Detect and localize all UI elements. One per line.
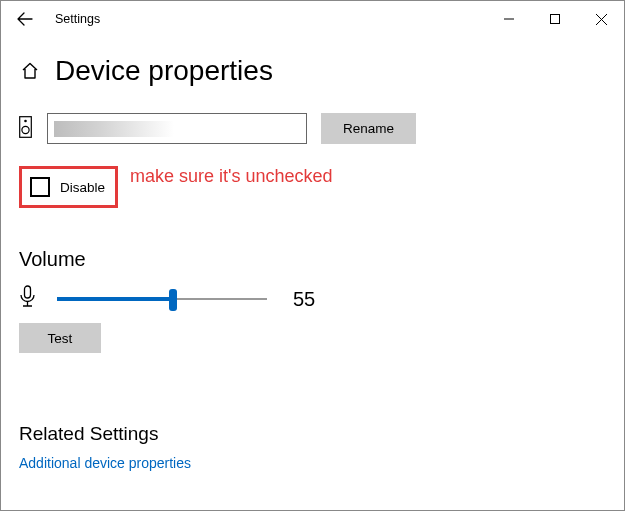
svg-point-3 [22,126,29,133]
slider-thumb[interactable] [169,289,177,311]
device-name-input[interactable] [47,113,307,144]
svg-rect-4 [25,286,31,298]
minimize-icon [504,14,514,24]
disable-checkbox-group: Disable [19,166,118,208]
additional-device-properties-link[interactable]: Additional device properties [19,455,191,471]
speaker-icon [19,116,33,142]
window-title: Settings [55,12,100,26]
slider-fill [57,297,173,301]
page-title: Device properties [55,55,273,87]
volume-slider[interactable] [57,287,267,311]
disable-checkbox[interactable] [30,177,50,197]
maximize-icon [550,14,560,24]
microphone-icon [19,285,37,313]
close-button[interactable] [578,3,624,35]
device-name-text-redacted [54,121,174,137]
device-name-row: Rename [19,113,606,144]
volume-value: 55 [293,288,315,311]
svg-point-2 [24,119,27,122]
close-icon [596,14,607,25]
minimize-button[interactable] [486,3,532,35]
maximize-button[interactable] [532,3,578,35]
related-settings-heading: Related Settings [19,423,606,445]
svg-rect-0 [551,15,560,24]
content-area: Device properties Rename Disable make su… [1,55,624,472]
page-header: Device properties [19,55,606,87]
disable-label: Disable [60,180,105,195]
volume-heading: Volume [19,248,606,271]
back-button[interactable] [13,7,37,31]
back-arrow-icon [17,11,33,27]
annotation-text: make sure it's unchecked [130,166,333,187]
test-button[interactable]: Test [19,323,101,353]
home-icon[interactable] [19,60,41,82]
rename-button[interactable]: Rename [321,113,416,144]
titlebar: Settings [1,1,624,37]
window-controls [486,3,624,35]
volume-row: 55 [19,285,606,313]
